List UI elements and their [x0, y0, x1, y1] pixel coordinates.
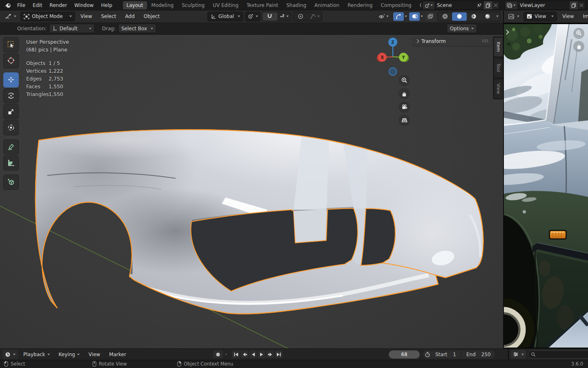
menu-view[interactable]: View [559, 12, 577, 20]
workspace-tab-uv-editing[interactable]: UV Editing [209, 1, 242, 9]
proportional-editing-toggle[interactable] [293, 12, 308, 21]
workspace-tab-layout[interactable]: Layout [123, 1, 147, 9]
mode-dropdown[interactable]: Object Mode [20, 12, 75, 21]
unlink-scene-button[interactable] [492, 3, 499, 7]
reference-image-canvas[interactable] [504, 23, 588, 348]
chevron-down-icon[interactable] [421, 16, 423, 17]
previous-keyframe-button[interactable] [241, 350, 248, 358]
image-mode-dropdown[interactable]: View [523, 12, 557, 21]
blender-logo-icon[interactable] [2, 2, 13, 9]
end-frame-field[interactable]: End 250 [464, 352, 493, 357]
tool-add-cube[interactable] [3, 175, 19, 190]
tool-rotate[interactable] [3, 88, 19, 103]
tool-cursor[interactable] [3, 53, 19, 68]
menu-add[interactable]: Add [122, 12, 138, 20]
menu-view[interactable]: View [85, 350, 104, 359]
gizmo-negative-z-axis[interactable] [389, 67, 397, 75]
show-overlays-toggle[interactable] [409, 12, 420, 21]
proportional-falloff-dropdown[interactable] [308, 12, 322, 21]
jump-to-start-button[interactable] [232, 350, 240, 358]
perspective-toggle-button[interactable] [399, 114, 410, 126]
snap-toggle[interactable] [263, 12, 277, 21]
xray-toggle[interactable] [425, 12, 436, 21]
new-viewlayer-button[interactable] [570, 1, 578, 9]
menu-playback[interactable]: Playback [20, 350, 53, 359]
panel-grip-icon[interactable] [482, 39, 488, 43]
chevron-down-icon[interactable] [405, 16, 407, 17]
tool-select-box[interactable] [3, 37, 19, 52]
sidebar-tab-item[interactable]: Item [494, 37, 503, 57]
drag-dropdown[interactable]: Select Box [118, 24, 156, 33]
sidebar-tab-tool[interactable]: Tool [494, 58, 503, 78]
shading-dropdown[interactable] [494, 12, 500, 21]
workspace-tab-rendering[interactable]: Rendering [344, 1, 376, 9]
new-scene-button[interactable] [484, 1, 492, 9]
tool-annotate[interactable] [3, 139, 19, 155]
viewlayer-browse-button[interactable] [505, 1, 517, 9]
sidebar-tab-view[interactable]: View [494, 79, 503, 99]
editor-type-button[interactable] [511, 350, 526, 359]
editor-type-button[interactable] [2, 350, 18, 359]
menu-view[interactable]: View [77, 12, 96, 20]
tool-scale[interactable] [3, 104, 19, 119]
transform-panel-header[interactable]: Transform [412, 37, 492, 46]
show-gizmo-toggle[interactable] [393, 12, 404, 21]
menu-select[interactable]: Select [97, 12, 120, 20]
scene-name-field[interactable]: Scene [434, 1, 484, 9]
workspace-tab-animation[interactable]: Animation [311, 1, 343, 9]
menu-edit[interactable]: Edit [29, 1, 45, 9]
pin-icon[interactable] [477, 3, 481, 8]
properties-search-input[interactable] [528, 350, 588, 359]
camera-view-button[interactable] [399, 101, 410, 113]
navigation-gizmo[interactable]: Z X Y [374, 36, 413, 77]
menu-window[interactable]: Window [71, 1, 97, 9]
pan-view-button[interactable] [399, 88, 410, 99]
editor-type-button[interactable] [2, 12, 19, 21]
tool-measure[interactable] [3, 155, 19, 171]
start-frame-field[interactable]: Start 1 [433, 352, 459, 357]
tool-transform[interactable] [3, 120, 19, 135]
shading-wireframe-button[interactable] [438, 12, 452, 21]
show-object-types-dropdown[interactable] [376, 12, 391, 21]
menu-image[interactable]: Image [579, 12, 588, 20]
shading-rendered-button[interactable] [481, 12, 494, 21]
menu-marker[interactable]: Marker [105, 350, 129, 359]
menu-render[interactable]: Render [46, 1, 70, 9]
shading-material-button[interactable] [467, 12, 481, 21]
workspace-tab-geometry-nodes[interactable]: Geometry Nodes [416, 1, 421, 9]
viewlayer-name-field[interactable]: ViewLayer [517, 1, 570, 9]
menu-file[interactable]: File [14, 1, 29, 9]
snap-settings-dropdown[interactable] [277, 12, 291, 21]
zoom-view-button[interactable] [399, 75, 410, 86]
use-preview-range-button[interactable] [425, 352, 430, 357]
play-button[interactable] [258, 350, 265, 358]
viewport-canvas[interactable]: User Perspective (68) pics | Plane Objec… [0, 35, 503, 348]
menu-help[interactable]: Help [98, 1, 115, 9]
jump-to-end-button[interactable] [275, 350, 283, 358]
orientation-dropdown[interactable]: Default [49, 24, 95, 33]
transform-orientation-dropdown[interactable]: Global [207, 12, 243, 21]
menu-keying[interactable]: Keying [55, 350, 83, 359]
workspace-tab-shading[interactable]: Shading [283, 1, 310, 9]
scene-browse-button[interactable] [423, 1, 434, 9]
pivot-point-dropdown[interactable] [245, 12, 261, 21]
play-reverse-button[interactable] [249, 350, 257, 358]
remove-viewlayer-button[interactable] [578, 3, 585, 7]
scene-render [0, 35, 503, 348]
workspace-tab-compositing[interactable]: Compositing [377, 1, 415, 9]
workspace-tab-sculpting[interactable]: Sculpting [178, 1, 208, 9]
shading-solid-button[interactable] [452, 12, 467, 21]
workspace-tab-texture-paint[interactable]: Texture Paint [243, 1, 282, 9]
menu-object[interactable]: Object [140, 12, 163, 20]
selected-object-car-hood[interactable] [0, 84, 494, 337]
tool-move[interactable] [3, 72, 19, 88]
zoom-image-button[interactable] [573, 28, 584, 39]
options-button[interactable]: Options [447, 24, 477, 33]
chevron-down-icon[interactable] [225, 354, 227, 355]
editor-type-button[interactable] [506, 12, 522, 21]
pan-image-button[interactable] [573, 41, 584, 52]
next-keyframe-button[interactable] [266, 350, 274, 358]
workspace-tab-modeling[interactable]: Modeling [148, 1, 178, 9]
current-frame-field[interactable]: 68 [389, 350, 420, 359]
auto-keying-toggle[interactable] [213, 350, 223, 358]
